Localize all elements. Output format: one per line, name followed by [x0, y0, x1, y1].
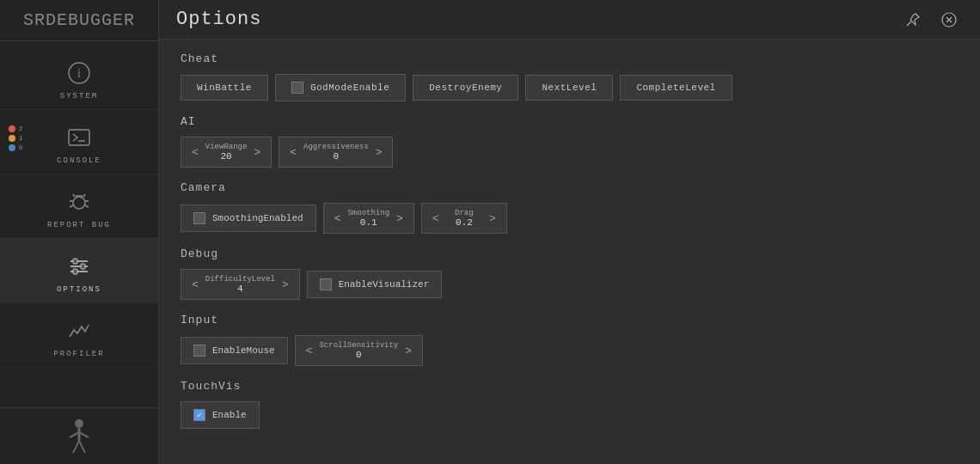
- viewrange-decrement[interactable]: <: [190, 146, 200, 159]
- godmode-label: GodModeEnable: [310, 82, 389, 93]
- difficultylevel-increment[interactable]: >: [280, 278, 291, 291]
- btn-enable[interactable]: ✓ Enable: [181, 401, 260, 429]
- svg-line-23: [79, 441, 85, 453]
- svg-rect-15: [73, 259, 77, 264]
- enable-checkmark: ✓: [197, 410, 202, 420]
- stepper-aggressiveness: < Aggressiveness 0 >: [279, 137, 393, 168]
- console-icon: [64, 122, 95, 153]
- scrollsensitivity-increment[interactable]: >: [403, 345, 413, 357]
- sidebar-label-console: CONSOLE: [57, 156, 101, 165]
- profiler-icon: [64, 315, 95, 346]
- stepper-difficultylevel: < DifficultyLevel 4 >: [181, 269, 300, 300]
- btn-nextlevel[interactable]: NextLevel: [525, 75, 613, 101]
- godmode-checkbox: [291, 82, 303, 94]
- enable-checkbox: ✓: [193, 409, 205, 421]
- svg-point-18: [75, 419, 83, 428]
- nav-items: i SYSTEM 2 1 0: [0, 41, 158, 407]
- btn-enablemouse[interactable]: EnableMouse: [181, 337, 288, 364]
- btn-winbattle[interactable]: WinBattle: [181, 75, 268, 101]
- viewrange-label: ViewRange 20: [205, 143, 248, 162]
- svg-line-22: [73, 441, 79, 453]
- sidebar-item-console[interactable]: 2 1 0 CONSOLE: [0, 110, 158, 174]
- input-title: Input: [181, 314, 959, 327]
- top-bar: Options: [159, 0, 980, 40]
- aggressiveness-label: Aggressiveness 0: [303, 143, 369, 162]
- page-title: Options: [176, 9, 261, 30]
- options-content: Cheat WinBattle GodModeEnable DestroyEne…: [159, 40, 980, 464]
- section-input: Input EnableMouse < ScrollSensitivity 0 …: [181, 314, 959, 366]
- viewrange-increment[interactable]: >: [252, 146, 262, 159]
- pin-button[interactable]: [899, 9, 927, 30]
- sidebar: SRDEBUGGER i SYSTEM 2 1: [0, 0, 159, 464]
- touchvis-title: TouchVis: [181, 380, 959, 393]
- system-icon: i: [64, 58, 95, 89]
- input-controls: EnableMouse < ScrollSensitivity 0 >: [181, 335, 959, 366]
- btn-destroyenemy[interactable]: DestroyEnemy: [413, 75, 518, 101]
- btn-completelevel[interactable]: CompleteLevel: [620, 75, 732, 101]
- top-bar-actions: [899, 9, 963, 30]
- aggressiveness-increment[interactable]: >: [374, 146, 384, 159]
- ai-controls: < ViewRange 20 > < Aggressiveness 0 >: [181, 137, 959, 168]
- svg-line-5: [73, 194, 75, 197]
- svg-rect-17: [73, 269, 77, 274]
- main-content: Options Cheat WinBat: [159, 0, 980, 464]
- sidebar-item-report-bug[interactable]: REPORT BUG: [0, 174, 158, 239]
- stepper-scrollsensitivity: < ScrollSensitivity 0 >: [295, 335, 423, 366]
- aggressiveness-value: 0: [334, 151, 340, 162]
- sidebar-item-profiler[interactable]: PROFILER: [0, 303, 158, 368]
- difficultylevel-decrement[interactable]: <: [190, 278, 200, 291]
- debug-controls: < DifficultyLevel 4 > EnableVisualizer: [181, 269, 959, 300]
- stepper-viewrange: < ViewRange 20 >: [181, 137, 272, 168]
- touchvis-controls: ✓ Enable: [181, 401, 959, 429]
- aggressiveness-name: Aggressiveness: [303, 143, 369, 151]
- dot-red-value: 2: [19, 125, 22, 132]
- sidebar-item-system[interactable]: i SYSTEM: [0, 46, 158, 110]
- section-debug: Debug < DifficultyLevel 4 > EnableVisual…: [181, 247, 959, 300]
- dot-blue: [9, 144, 15, 151]
- stepper-smoothing: < Smoothing 0.1 >: [323, 203, 414, 234]
- scrollsensitivity-label: ScrollSensitivity 0: [319, 341, 398, 360]
- section-ai: AI < ViewRange 20 > < Aggressiveness 0: [181, 115, 959, 168]
- sidebar-label-report-bug: REPORT BUG: [47, 221, 111, 229]
- svg-line-6: [83, 194, 85, 197]
- drag-value: 0.2: [456, 217, 473, 228]
- drag-decrement[interactable]: <: [431, 212, 441, 225]
- scrollsensitivity-decrement[interactable]: <: [304, 345, 315, 357]
- enablevisualizer-label: EnableVisualizer: [339, 279, 430, 290]
- sidebar-label-profiler: PROFILER: [53, 350, 104, 358]
- aggressiveness-decrement[interactable]: <: [288, 146, 298, 159]
- smoothingenabled-label: SmoothingEnabled: [212, 213, 303, 223]
- smoothing-decrement[interactable]: <: [333, 212, 343, 225]
- brand: SRDEBUGGER: [0, 0, 158, 41]
- section-cheat: Cheat WinBattle GodModeEnable DestroyEne…: [181, 52, 959, 101]
- camera-controls: SmoothingEnabled < Smoothing 0.1 > < Dra…: [181, 203, 959, 234]
- btn-godmode[interactable]: GodModeEnable: [275, 74, 406, 101]
- console-dots: 2 1 0: [9, 125, 22, 151]
- enablevisualizer-checkbox: [320, 278, 332, 290]
- smoothing-label: Smoothing 0.1: [347, 209, 389, 228]
- svg-point-4: [73, 197, 85, 209]
- dot-red: [9, 125, 15, 132]
- close-button[interactable]: [935, 9, 963, 30]
- svg-rect-16: [81, 264, 85, 269]
- viewrange-value: 20: [221, 151, 232, 162]
- smoothing-name: Smoothing: [347, 209, 389, 217]
- difficultylevel-name: DifficultyLevel: [205, 275, 275, 284]
- enablemouse-label: EnableMouse: [212, 345, 275, 356]
- debug-title: Debug: [181, 247, 959, 260]
- enable-label: Enable: [212, 410, 247, 420]
- svg-line-21: [79, 432, 89, 437]
- cheat-title: Cheat: [181, 52, 959, 65]
- svg-line-20: [70, 432, 79, 437]
- btn-enablevisualizer[interactable]: EnableVisualizer: [307, 271, 443, 298]
- sidebar-item-options[interactable]: OPTIONS: [0, 239, 158, 303]
- smoothing-increment[interactable]: >: [395, 212, 405, 225]
- sidebar-label-options: OPTIONS: [57, 285, 101, 294]
- difficultylevel-value: 4: [237, 284, 243, 294]
- camera-title: Camera: [181, 181, 959, 194]
- svg-rect-2: [69, 130, 89, 145]
- btn-smoothingenabled[interactable]: SmoothingEnabled: [181, 205, 316, 232]
- svg-text:i: i: [77, 67, 81, 80]
- drag-increment[interactable]: >: [487, 212, 498, 225]
- brand-text: SRDEBUGGER: [23, 10, 135, 30]
